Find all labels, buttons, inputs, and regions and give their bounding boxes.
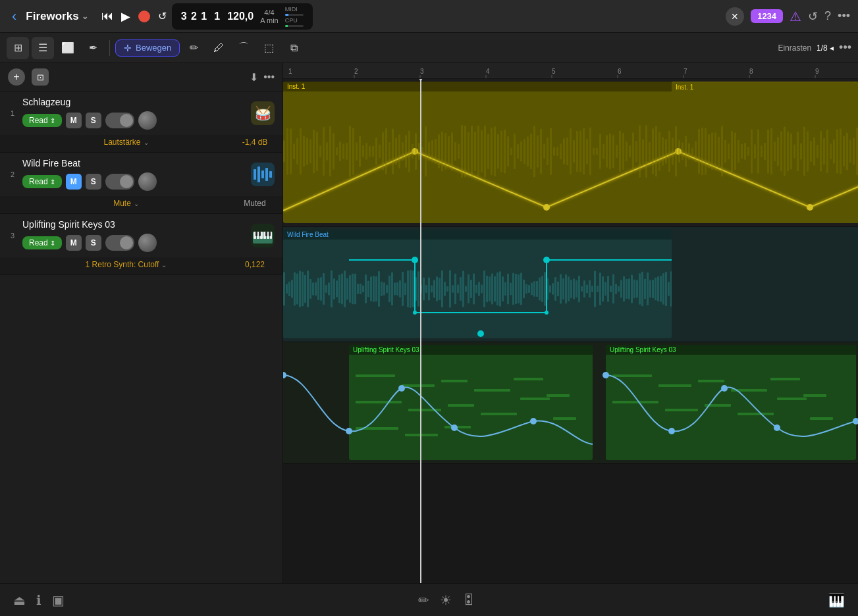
mute-button-2[interactable]: M (66, 174, 82, 190)
svg-rect-368 (636, 280, 638, 298)
loop2-icon[interactable]: ↺ (808, 9, 818, 24)
read-button-1[interactable]: Read ⇕ (22, 114, 62, 127)
auto-param-3[interactable]: 1 Retro Synth: Cutoff ⌄ (22, 260, 230, 269)
svg-rect-403 (770, 378, 800, 380)
track3-block-2[interactable]: Uplifting Spirit Keys 03 (606, 345, 856, 460)
auto-param-1[interactable]: Lautstärke ⌄ (22, 138, 230, 147)
track3-block-1[interactable]: Uplifting Spirit Keys 03 (349, 345, 593, 460)
position-display: 3 2 1 1 120,0 4/4 A min MIDI CPU (172, 3, 313, 30)
position-321: 3 2 1 (181, 11, 208, 22)
volume-knob-2[interactable] (138, 172, 157, 191)
svg-rect-343 (570, 280, 572, 298)
layout-icon[interactable]: ▣ (52, 592, 65, 608)
auto-param-2[interactable]: Mute ⌄ (22, 199, 230, 208)
svg-rect-251 (328, 282, 330, 295)
svg-rect-342 (568, 276, 570, 301)
left-dots-button[interactable]: ••• (263, 71, 275, 83)
left-header: + ⊡ ⬇ ••• (0, 63, 282, 91)
move-tool-button[interactable]: ✛ Bewegen (115, 39, 180, 57)
solo-button-1[interactable]: S (86, 113, 101, 128)
mute-button-3[interactable]: M (66, 235, 82, 251)
automation-row-1: Lautstärke ⌄ -1,4 dB (0, 135, 282, 152)
more-icon[interactable]: ••• (838, 9, 850, 23)
svg-rect-244 (309, 279, 311, 299)
svg-rect-321 (512, 273, 514, 305)
volume-knob-3[interactable] (138, 234, 157, 252)
toolbar-dots-button[interactable]: ••• (839, 41, 851, 55)
svg-rect-345 (576, 280, 577, 297)
svg-rect-365 (628, 278, 630, 299)
warn-icon[interactable]: ⚠ (790, 9, 801, 24)
svg-rect-384 (356, 374, 395, 377)
list-tool-button[interactable]: ☰ (32, 37, 54, 59)
info-icon[interactable]: ℹ (36, 592, 41, 608)
curve-tool-button[interactable]: ⌒ (232, 37, 255, 59)
toggle-1[interactable] (105, 113, 134, 128)
back-button[interactable]: ‹ (8, 5, 20, 28)
grid-tool-button[interactable]: ⊞ (7, 37, 29, 59)
toggle-2[interactable] (105, 174, 134, 190)
svg-rect-326 (525, 284, 527, 294)
einrasten-value[interactable]: 1/8 ◂ (817, 43, 834, 53)
pencil-bottom-icon[interactable]: ✏ (418, 592, 429, 608)
download-button[interactable]: ⬇ (250, 71, 258, 84)
solo-button-3[interactable]: S (86, 235, 101, 251)
eq-icon[interactable]: 🎛 (462, 592, 475, 607)
svg-rect-293 (439, 278, 441, 300)
volume-knob-1[interactable] (138, 111, 157, 130)
svg-rect-327 (528, 285, 530, 293)
svg-rect-254 (336, 280, 338, 297)
copy-tool-button[interactable]: ⧉ (282, 37, 305, 59)
svg-rect-317 (502, 276, 504, 301)
svg-rect-306 (473, 274, 475, 305)
svg-rect-308 (478, 282, 480, 296)
read-button-2[interactable]: Read ⇕ (22, 175, 62, 188)
svg-rect-295 (444, 282, 446, 295)
add-track-button[interactable]: + (8, 68, 25, 86)
brush-tool-button[interactable]: 🖊 (207, 37, 230, 59)
rewind-button[interactable]: ⏮ (101, 9, 113, 23)
svg-rect-352 (594, 270, 596, 307)
help-icon[interactable]: ? (824, 9, 831, 23)
project-name[interactable]: Fireworks ⌄ (26, 10, 88, 23)
track3-start-1[interactable] (283, 372, 286, 378)
select-tool-button[interactable]: ⬚ (257, 37, 280, 59)
count-badge[interactable]: 1234 (751, 9, 783, 23)
sun-icon[interactable]: ☀ (440, 592, 452, 608)
play-button[interactable]: ▶ (121, 9, 130, 24)
track2-block[interactable]: Wild Fire Beat (283, 230, 672, 338)
pen-tool-button[interactable]: ✒ (82, 37, 104, 59)
track2-bg: Wild Fire Beat (283, 227, 858, 342)
x-button[interactable]: ✕ (726, 7, 744, 26)
piano-icon[interactable]: 🎹 (828, 592, 845, 608)
group-button[interactable]: ⊡ (32, 68, 49, 86)
track-number-2: 2 (8, 170, 17, 178)
track-icon-2 (251, 163, 275, 186)
automation-row-2: Mute ⌄ Muted (0, 196, 282, 213)
toolbar-right: Einrasten 1/8 ◂ ••• (778, 41, 851, 55)
track1-inst-block-3[interactable]: Inst. 1 (672, 82, 856, 223)
timeline-content: Inst. 1 // generated inline Inst. 1 (283, 79, 858, 583)
svg-rect-394 (520, 398, 550, 400)
svg-rect-303 (465, 286, 467, 292)
svg-rect-392 (448, 404, 474, 407)
loop-button[interactable]: ↺ (158, 10, 167, 22)
svg-rect-3 (265, 168, 268, 181)
svg-rect-304 (468, 274, 469, 303)
track-name-1: Schlagzeug (22, 97, 246, 107)
mute-button-1[interactable]: M (66, 113, 82, 128)
svg-rect-341 (565, 274, 567, 303)
pencil-tool-button[interactable]: ✏ (182, 37, 205, 59)
svg-rect-239 (296, 274, 298, 305)
svg-rect-367 (633, 280, 635, 298)
svg-rect-282 (410, 270, 412, 308)
solo-button-2[interactable]: S (86, 174, 101, 190)
record-button[interactable] (138, 11, 150, 22)
read-button-3[interactable]: Read ⇕ (22, 236, 62, 249)
svg-rect-328 (531, 282, 533, 295)
svg-rect-275 (391, 272, 393, 306)
window-tool-button[interactable]: ⬜ (57, 37, 79, 59)
eject-icon[interactable]: ⏏ (13, 592, 26, 608)
svg-rect-250 (325, 285, 327, 293)
toggle-3[interactable] (105, 235, 134, 251)
